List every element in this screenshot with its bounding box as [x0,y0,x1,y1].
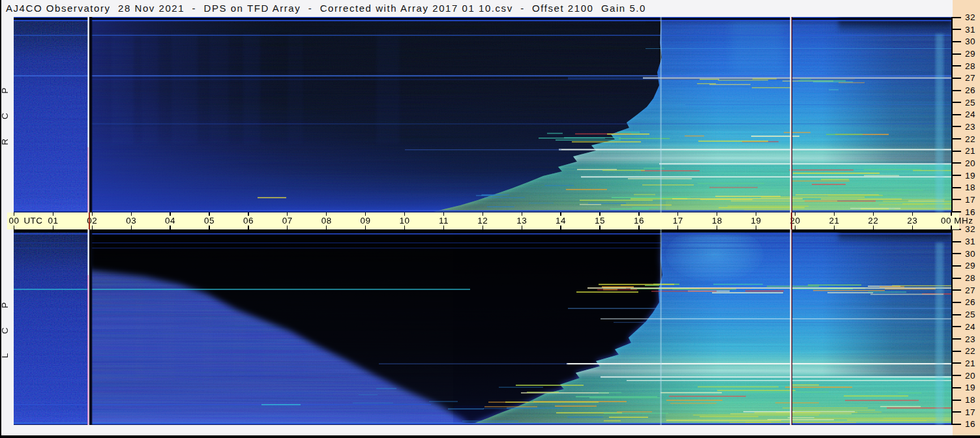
svg-text:R C P: R C P [1,79,10,145]
svg-text:L C P: L C P [1,294,10,358]
